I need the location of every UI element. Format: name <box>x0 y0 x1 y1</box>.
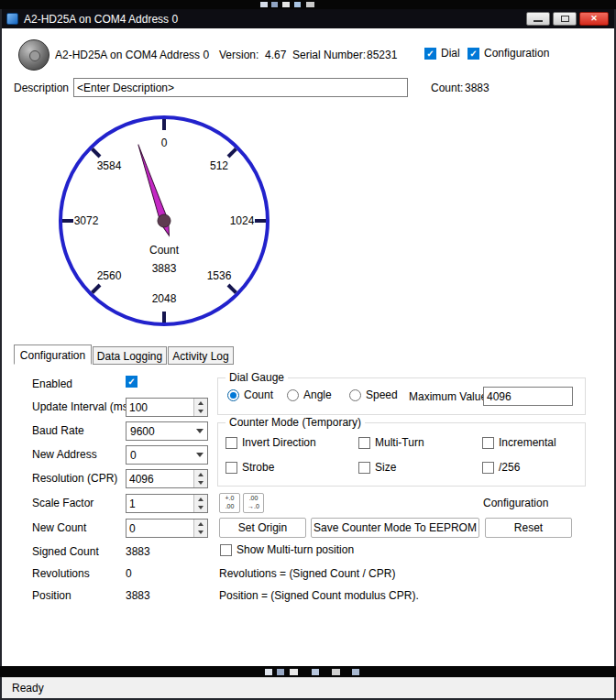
position-formula: Position = (Signed Count modulus CPR). <box>219 589 419 602</box>
radio-speed-label: Speed <box>366 388 398 401</box>
svg-text:1024: 1024 <box>230 214 255 227</box>
position-value: 3883 <box>126 589 150 602</box>
spin-down-icon[interactable] <box>194 504 207 513</box>
update-interval-input[interactable] <box>126 399 193 415</box>
size-box-icon <box>358 462 370 474</box>
dial-center-value: 3883 <box>152 262 177 275</box>
maximum-value-field <box>483 387 573 406</box>
set-origin-button[interactable]: Set Origin <box>219 518 306 538</box>
increase-decimals-icon: +.0 <box>220 495 239 503</box>
desktop-icons <box>290 669 298 675</box>
tab-configuration[interactable]: Configuration <box>14 345 92 365</box>
spin-down-icon[interactable] <box>194 408 207 417</box>
incremental-checkbox[interactable]: Incremental <box>482 436 556 449</box>
enabled-checkbox[interactable] <box>126 376 138 388</box>
strobe-label: Strobe <box>242 461 274 474</box>
show-multiturn-label: Show Multi-turn position <box>236 543 354 556</box>
update-interval-spinner <box>193 399 207 416</box>
svg-text:2048: 2048 <box>152 292 177 305</box>
desktop-icons <box>312 669 319 675</box>
new-address-select[interactable]: 0 <box>126 445 208 465</box>
dial-gauge-group-title: Dial Gauge <box>226 371 288 384</box>
strobe-checkbox[interactable]: Strobe <box>226 461 274 474</box>
minimize-icon <box>534 20 543 22</box>
baud-rate-select[interactable]: 9600 <box>126 421 208 441</box>
minimize-button[interactable] <box>526 12 550 26</box>
radio-count[interactable]: Count <box>227 388 273 401</box>
desktop-icons <box>271 2 278 7</box>
revolutions-label: Revolutions <box>32 567 90 580</box>
enabled-label: Enabled <box>32 377 72 390</box>
reset-button[interactable]: Reset <box>485 518 572 538</box>
svg-text:3072: 3072 <box>74 214 99 227</box>
spin-down-icon[interactable] <box>194 529 207 538</box>
update-interval-stepper[interactable] <box>126 398 208 417</box>
dropdown-arrow-icon[interactable] <box>192 429 207 433</box>
maximum-value-label: Maximum Value <box>409 390 487 403</box>
div256-label: /256 <box>499 461 520 474</box>
description-label: Description <box>14 82 69 94</box>
maximize-icon <box>561 16 569 22</box>
div256-checkbox[interactable]: /256 <box>482 461 520 474</box>
strobe-box-icon <box>226 462 237 474</box>
window-client-area: A2-HD25A on COM4 Address 0 Version: 4.67… <box>2 28 614 666</box>
invert-direction-label: Invert Direction <box>242 436 316 449</box>
update-interval-label: Update Interval (ms) <box>32 400 132 413</box>
increase-decimals-button[interactable]: +.0 .00 <box>219 493 240 513</box>
new-count-stepper[interactable] <box>126 519 208 538</box>
close-button[interactable] <box>579 12 609 26</box>
configuration-checkbox[interactable]: Configuration <box>468 47 549 60</box>
multi-turn-box-icon <box>358 437 370 449</box>
spin-up-icon[interactable] <box>194 520 207 529</box>
new-count-input[interactable] <box>126 520 193 536</box>
tab-activity-log[interactable]: Activity Log <box>168 346 234 365</box>
spin-up-icon[interactable] <box>194 470 207 479</box>
scale-factor-input[interactable] <box>126 496 193 511</box>
set-origin-button-label: Set Origin <box>238 521 287 534</box>
signed-count-label: Signed Count <box>32 545 99 558</box>
svg-text:0: 0 <box>161 137 168 149</box>
maximum-value-input[interactable] <box>484 388 572 404</box>
radio-angle-dot-icon <box>287 389 299 401</box>
dropdown-arrow-icon[interactable] <box>192 453 207 457</box>
radio-count-dot-icon <box>227 389 239 401</box>
size-label: Size <box>375 461 396 474</box>
resolution-stepper[interactable] <box>126 469 208 488</box>
resolution-label: Resolution (CPR) <box>32 472 117 485</box>
encoder-device-icon <box>18 39 50 71</box>
dial-center-label: Count <box>149 244 180 257</box>
new-count-label: New Count <box>32 521 86 534</box>
dial-gauge: 0 512 1024 1536 2048 2560 3072 3584 Coun… <box>38 111 295 340</box>
description-field <box>73 78 408 97</box>
desktop-icons <box>277 669 284 675</box>
spin-down-icon[interactable] <box>194 479 207 488</box>
maximize-button[interactable] <box>553 12 577 26</box>
counter-mode-group: Counter Mode (Temporary) Invert Directio… <box>217 422 586 487</box>
serial-number-value: 85231 <box>367 49 397 61</box>
desktop-icons <box>260 2 268 7</box>
configuration-checkbox-label: Configuration <box>484 47 549 60</box>
description-input[interactable] <box>74 80 407 95</box>
spin-up-icon[interactable] <box>194 495 207 504</box>
tab-data-logging[interactable]: Data Logging <box>93 346 167 365</box>
multi-turn-checkbox[interactable]: Multi-Turn <box>358 436 424 449</box>
show-multiturn-checkbox[interactable]: Show Multi-turn position <box>220 543 354 556</box>
dial-checkbox[interactable]: Dial <box>424 47 460 60</box>
incremental-label: Incremental <box>499 436 556 449</box>
scale-factor-stepper[interactable] <box>126 494 208 513</box>
tab-configuration-label: Configuration <box>20 349 85 362</box>
spin-up-icon[interactable] <box>194 399 207 408</box>
resolution-input[interactable] <box>126 471 193 487</box>
save-counter-mode-button[interactable]: Save Counter Mode To EEPROM <box>311 518 479 538</box>
size-checkbox[interactable]: Size <box>358 461 396 474</box>
position-label: Position <box>32 589 72 602</box>
invert-direction-checkbox[interactable]: Invert Direction <box>226 436 316 449</box>
scale-factor-label: Scale Factor <box>32 497 94 509</box>
radio-angle[interactable]: Angle <box>287 388 332 401</box>
show-multiturn-box-icon <box>220 544 232 556</box>
decrease-decimals-button[interactable]: .00 →.0 <box>243 493 264 513</box>
revolutions-formula: Revolutions = (Signed Count / CPR) <box>219 567 395 580</box>
counter-mode-group-title: Counter Mode (Temporary) <box>226 416 365 429</box>
radio-speed[interactable]: Speed <box>349 388 398 401</box>
dial-gauge-group: Dial Gauge Count Angle Speed Maximum Val… <box>217 377 586 415</box>
